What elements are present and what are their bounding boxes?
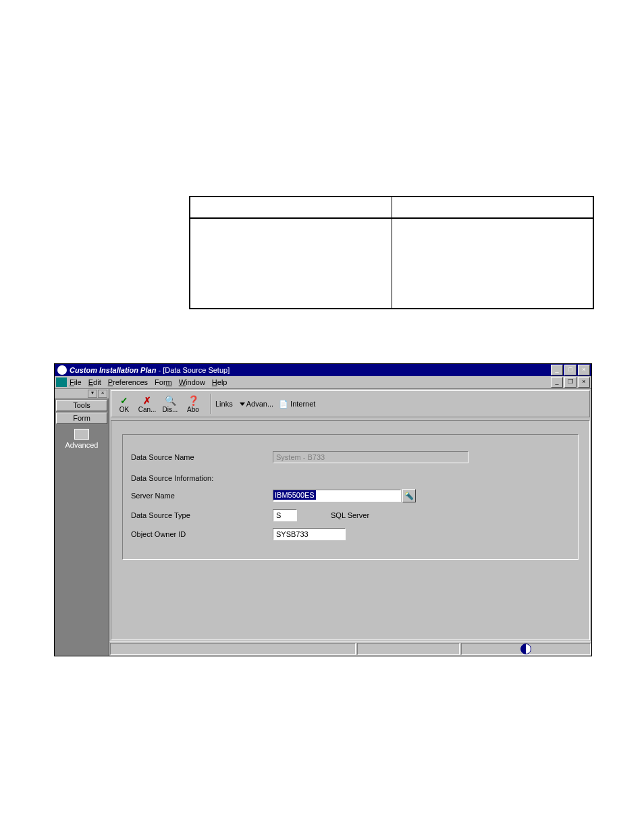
menu-preferences[interactable]: Preferences bbox=[108, 378, 148, 386]
status-segment-1 bbox=[110, 643, 356, 655]
sidebar-form-button[interactable]: Form bbox=[56, 413, 107, 424]
links-label[interactable]: Links bbox=[215, 400, 233, 408]
globe-icon bbox=[520, 644, 531, 654]
owner-id-field[interactable] bbox=[273, 528, 346, 540]
form-content: Data Source Name Data Source Information… bbox=[111, 420, 590, 640]
minimize-button[interactable]: _ bbox=[551, 365, 563, 375]
toolbar: ✓OK ✗Can... 🔍Dis... ❓Abo Links Advan... … bbox=[111, 390, 590, 417]
internet-link[interactable]: 📄 Internet bbox=[279, 400, 315, 409]
server-name-label: Server Name bbox=[131, 492, 273, 500]
status-bar bbox=[109, 642, 591, 656]
title-bar: Custom Installation Plan - [Data Source … bbox=[55, 364, 591, 376]
sidebar-item-label: Advanced bbox=[55, 441, 109, 449]
sidebar-collapse-icon[interactable]: ▾ bbox=[88, 390, 97, 398]
dropdown-icon[interactable] bbox=[240, 402, 245, 406]
toolbar-separator bbox=[210, 394, 211, 414]
sidebar-item-advanced[interactable]: Advanced bbox=[55, 429, 109, 449]
menu-window[interactable]: Window bbox=[179, 378, 205, 386]
about-icon: ❓ bbox=[183, 395, 203, 406]
menu-form[interactable]: Form bbox=[155, 378, 172, 386]
ds-type-desc: SQL Server bbox=[331, 511, 369, 519]
sidebar-close-icon[interactable]: × bbox=[98, 390, 107, 398]
sidebar-header: ▾ × bbox=[55, 389, 109, 399]
section-label: Data Source Information: bbox=[131, 474, 570, 482]
advanced-icon bbox=[74, 429, 89, 440]
menu-bar: File Edit Preferences Form Window Help _… bbox=[55, 376, 591, 389]
server-lookup-button[interactable]: 🔦 bbox=[402, 489, 416, 502]
app-icon bbox=[57, 365, 67, 375]
about-button[interactable]: ❓Abo bbox=[183, 395, 203, 413]
flashlight-icon: 🔦 bbox=[404, 492, 414, 500]
mdi-close-button[interactable]: × bbox=[578, 377, 590, 388]
owner-id-label: Object Owner ID bbox=[131, 530, 273, 538]
app-window: Custom Installation Plan - [Data Source … bbox=[54, 363, 592, 656]
menu-edit[interactable]: Edit bbox=[88, 378, 101, 386]
ds-name-label: Data Source Name bbox=[131, 453, 273, 461]
status-segment-2 bbox=[357, 643, 460, 655]
ok-button[interactable]: ✓OK bbox=[114, 395, 134, 413]
display-icon: 🔍 bbox=[160, 395, 180, 406]
close-button[interactable]: × bbox=[578, 365, 590, 375]
ds-type-label: Data Source Type bbox=[131, 511, 273, 519]
ds-type-field[interactable] bbox=[273, 509, 297, 521]
window-title: Custom Installation Plan - [Data Source … bbox=[70, 366, 549, 374]
maximize-button[interactable]: □ bbox=[564, 365, 576, 375]
info-table bbox=[189, 196, 594, 309]
display-button[interactable]: 🔍Dis... bbox=[160, 395, 180, 413]
mdi-restore-button[interactable]: ❐ bbox=[564, 377, 576, 388]
ds-name-field bbox=[273, 451, 468, 463]
status-segment-3 bbox=[461, 643, 591, 655]
advanced-link[interactable]: Advan... bbox=[246, 400, 273, 408]
cancel-button[interactable]: ✗Can... bbox=[137, 395, 157, 413]
form-group: Data Source Name Data Source Information… bbox=[122, 434, 579, 560]
x-icon: ✗ bbox=[137, 395, 157, 406]
main-area: ✓OK ✗Can... 🔍Dis... ❓Abo Links Advan... … bbox=[109, 389, 591, 656]
server-name-field[interactable]: IBM5500ES bbox=[273, 490, 401, 502]
sidebar-tools-button[interactable]: Tools bbox=[56, 400, 107, 411]
menu-help[interactable]: Help bbox=[212, 378, 227, 386]
sidebar: ▾ × Tools Form Advanced bbox=[55, 389, 109, 656]
menu-file[interactable]: File bbox=[70, 378, 82, 386]
mdi-icon bbox=[56, 377, 67, 387]
mdi-minimize-button[interactable]: _ bbox=[551, 377, 563, 388]
check-icon: ✓ bbox=[114, 395, 134, 406]
